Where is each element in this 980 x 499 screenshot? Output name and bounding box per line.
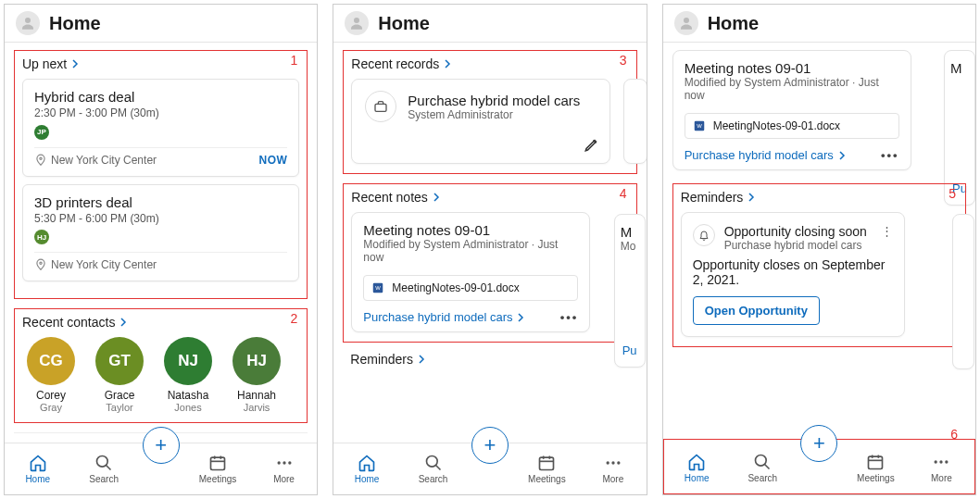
note-attachment[interactable]: W MeetingNotes-09-01.docx (363, 275, 578, 301)
reminder-title: Opportunity closing soon (724, 224, 867, 239)
nav-home[interactable]: Home (669, 453, 724, 483)
chevron-right-icon (119, 318, 128, 327)
event-location: New York City Center (51, 154, 157, 167)
svg-line-29 (765, 464, 770, 468)
record-card[interactable]: Purchase hybrid model cars System Admini… (351, 79, 610, 164)
chevron-right-icon (516, 313, 525, 322)
avatar[interactable] (674, 11, 698, 35)
note-card-peek[interactable]: M Pu (944, 50, 975, 206)
note-related-link[interactable]: Purchase hybrid model cars (685, 148, 847, 162)
svg-point-0 (25, 18, 31, 23)
person-icon (19, 15, 36, 31)
nav-meetings[interactable]: Meetings (848, 453, 903, 483)
reminder-body: Opportunity closes on September 2, 2021. (693, 257, 893, 287)
avatar[interactable] (345, 11, 369, 35)
bell-icon (693, 224, 715, 246)
bottom-nav: + Home Search Meetings More (5, 443, 317, 494)
calendar-icon (537, 454, 556, 472)
recent-notes-section: 4 Recent notes Meeting notes 09-01 Modif… (343, 183, 636, 343)
nav-more[interactable]: More (257, 454, 312, 484)
nav-home[interactable]: Home (10, 454, 66, 484)
note-attachment[interactable]: W MeetingNotes-09-01.docx (685, 113, 899, 139)
event-location: New York City Center (51, 258, 157, 271)
word-doc-icon: W (371, 281, 384, 294)
contact-item[interactable]: GTGraceTaylor (91, 337, 148, 413)
record-title: Purchase hybrid model cars (408, 93, 580, 108)
note-title: Meeting notes 09-01 (685, 60, 899, 76)
record-card-peek[interactable] (623, 79, 647, 164)
home-icon (358, 454, 376, 472)
note-title-peek: M (621, 224, 639, 240)
reminders-header[interactable]: Reminders (681, 190, 958, 205)
home-icon (687, 453, 706, 471)
app-header: Home (663, 5, 975, 43)
nav-search[interactable]: Search (406, 454, 461, 484)
nav-search[interactable]: Search (735, 453, 790, 483)
nav-more[interactable]: More (585, 454, 641, 484)
reminder-more[interactable]: ⋮ (881, 224, 893, 239)
phone-screen-1: Home 1 Up next Hybrid cars deal 2:30 PM … (4, 4, 318, 495)
contact-last: Jarvis (244, 402, 270, 413)
more-actions[interactable]: ••• (881, 148, 899, 162)
contact-item[interactable]: CGCoreyGray (22, 337, 80, 413)
svg-rect-18 (540, 457, 554, 469)
svg-point-24 (617, 461, 620, 464)
contact-item[interactable]: JJosP (296, 337, 299, 413)
recent-contacts-header[interactable]: Recent contacts (22, 315, 299, 330)
note-card[interactable]: Meeting notes 09-01 Modified by System A… (672, 50, 911, 170)
recent-contacts-section: 2 Recent contacts CGCoreyGray GTGraceTay… (14, 308, 308, 423)
event-time: 5:30 PM - 6:00 PM (30m) (34, 212, 287, 225)
chevron-right-icon (417, 355, 426, 364)
recent-notes-label: Recent notes (351, 190, 428, 205)
nav-meetings[interactable]: Meetings (519, 454, 574, 484)
avatar[interactable] (16, 11, 40, 35)
upnext-header[interactable]: Up next (22, 56, 299, 71)
contact-initials: GT (95, 337, 144, 385)
nav-search[interactable]: Search (76, 454, 132, 484)
upnext-card[interactable]: Hybrid cars deal 2:30 PM - 3:00 PM (30m)… (22, 79, 299, 177)
svg-rect-13 (375, 104, 386, 111)
event-time: 2:30 PM - 3:00 PM (30m) (34, 106, 287, 119)
event-title: Hybrid cars deal (34, 89, 287, 105)
fab-add-button[interactable]: + (143, 427, 180, 464)
more-icon (275, 454, 294, 472)
app-header: Home (333, 5, 646, 43)
note-link-peek: Pu (622, 343, 637, 357)
contact-first: Corey (36, 389, 66, 402)
note-card-peek[interactable]: M Mo Pu (614, 214, 646, 368)
location-pin-icon (34, 154, 47, 167)
nav-label: More (602, 474, 623, 484)
search-icon (94, 454, 113, 472)
reminder-card-peek[interactable] (952, 214, 974, 369)
person-icon (678, 15, 695, 31)
callout-3: 3 (620, 53, 627, 68)
upnext-card[interactable]: 3D printers deal 5:30 PM - 6:00 PM (30m)… (22, 184, 299, 282)
pencil-icon (584, 136, 600, 153)
recent-records-header[interactable]: Recent records (351, 56, 628, 71)
edit-button[interactable] (584, 136, 600, 156)
contact-item[interactable]: HJHannahJarvis (228, 337, 285, 413)
svg-point-3 (97, 456, 108, 468)
nav-meetings[interactable]: Meetings (190, 454, 245, 484)
link-text: Purchase hybrid model cars (363, 310, 512, 324)
svg-point-22 (606, 461, 609, 464)
nav-home[interactable]: Home (339, 454, 395, 484)
attachment-name: MeetingNotes-09-01.docx (713, 119, 840, 132)
note-related-link[interactable]: Purchase hybrid model cars (363, 310, 525, 324)
upnext-section: 1 Up next Hybrid cars deal 2:30 PM - 3:0… (14, 50, 308, 299)
svg-text:W: W (376, 285, 382, 291)
note-card[interactable]: Meeting notes 09-01 Modified by System A… (351, 212, 590, 332)
note-title: Meeting notes 09-01 (363, 222, 578, 238)
open-opportunity-button[interactable]: Open Opportunity (693, 296, 820, 325)
attachment-name: MeetingNotes-09-01.docx (392, 281, 519, 294)
fab-add-button[interactable]: + (471, 427, 509, 464)
reminders-header[interactable]: Reminders (343, 352, 636, 367)
contact-item[interactable]: NJNatashaJones (159, 337, 217, 413)
reminder-card[interactable]: Opportunity closing soon ⋮ Purchase hybr… (681, 212, 905, 337)
recent-notes-header[interactable]: Recent notes (351, 190, 628, 205)
fab-add-button[interactable]: + (800, 425, 837, 462)
nav-more[interactable]: More (913, 453, 969, 483)
more-actions[interactable]: ••• (560, 310, 579, 324)
home-icon (29, 454, 47, 472)
chevron-right-icon (837, 151, 847, 160)
